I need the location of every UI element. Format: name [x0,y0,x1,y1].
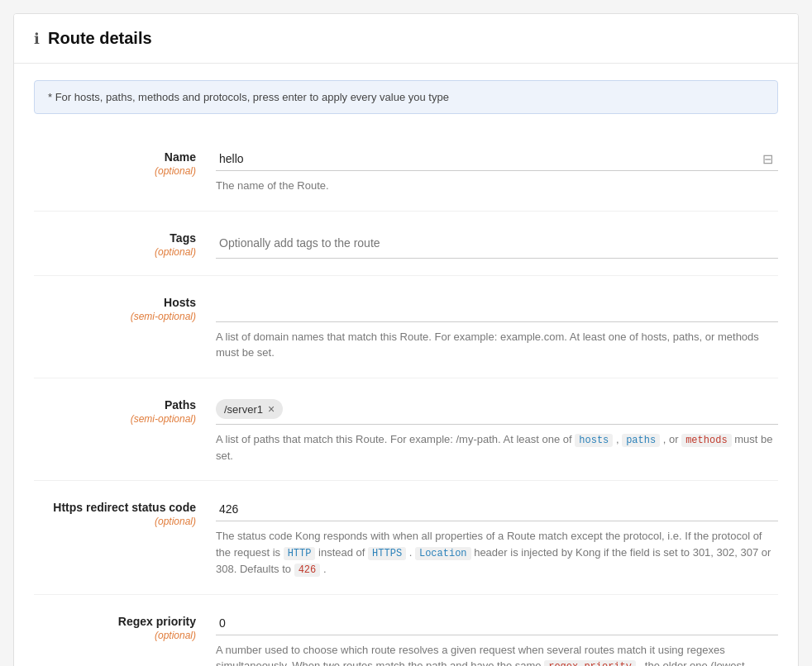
hosts-label-text: Hosts [34,296,196,309]
name-label-text: Name [34,150,196,164]
path-tag-server1: /server1 × [216,399,283,419]
https-redirect-mid: instead of [315,546,368,559]
name-row: Name (optional) ⊟ The name of the Route. [34,131,778,212]
https-redirect-hint: (optional) [34,516,196,527]
tags-label: Tags (optional) [34,228,216,258]
https-redirect-row: Https redirect status code (optional) Th… [34,481,778,595]
tags-hint: (optional) [34,246,196,258]
https-redirect-input[interactable] [216,497,778,521]
name-input[interactable] [216,147,778,170]
paths-paths-link: paths [622,434,660,447]
paths-label: Paths (semi-optional) [34,395,216,425]
tags-label-text: Tags [34,231,196,245]
name-label: Name (optional) [34,147,216,177]
path-tag-value: /server1 [224,403,263,416]
paths-hint: (semi-optional) [34,413,196,425]
copy-icon[interactable]: ⊟ [762,151,773,167]
paths-desc-pre: A list of paths that match this Route. F… [216,433,575,445]
paths-methods-code: methods [681,434,731,447]
paths-description: A list of paths that match this Route. F… [216,431,778,464]
https-redirect-dot: . [406,546,415,559]
https-redirect-field: The status code Kong responds with when … [216,497,778,578]
paths-sep2: , or [660,433,681,445]
paths-field: /server1 × A list of paths that match th… [216,395,778,464]
regex-priority-field: A number used to choose which route reso… [216,611,778,667]
card-header: ℹ Route details [14,14,798,64]
tags-input[interactable] [216,231,778,255]
info-banner: * For hosts, paths, methods and protocol… [34,80,778,114]
https-redirect-location: Location [415,547,471,560]
regex-priority-code: regex_priority [544,660,636,666]
name-hint: (optional) [34,165,196,177]
tags-row: Tags (optional) [34,212,778,276]
https-redirect-http: HTTP [284,547,316,560]
name-input-wrapper: ⊟ [216,147,778,171]
tags-field [216,228,778,259]
hosts-hint: (semi-optional) [34,311,196,322]
route-details-card: ℹ Route details * For hosts, paths, meth… [13,13,799,666]
regex-priority-input-wrapper [216,611,778,635]
regex-priority-input[interactable] [216,611,778,635]
https-redirect-end: . [320,563,326,575]
https-redirect-label: Https redirect status code (optional) [34,497,216,527]
hosts-field: A list of domain names that match this R… [216,293,778,361]
page-container: ℹ Route details * For hosts, paths, meth… [0,13,812,666]
card-body: * For hosts, paths, methods and protocol… [14,80,798,666]
https-redirect-default: 426 [294,564,321,577]
paths-hosts-link: hosts [575,434,613,447]
paths-tags-container: /server1 × [216,395,778,425]
hosts-tags-container[interactable] [216,293,778,322]
https-redirect-input-wrapper [216,497,778,521]
path-tag-remove[interactable]: × [268,402,275,416]
name-description: The name of the Route. [216,178,778,194]
tags-input-wrapper [216,228,778,259]
regex-priority-mid: , the older one (lowest [636,659,745,666]
https-redirect-label-text: Https redirect status code [34,501,196,514]
regex-priority-row: Regex priority (optional) A number used … [34,595,778,667]
https-redirect-https: HTTPS [368,547,406,560]
name-field: ⊟ The name of the Route. [216,147,778,194]
hosts-input[interactable] [216,300,778,313]
info-icon: ℹ [34,30,40,48]
hosts-description: A list of domain names that match this R… [216,329,778,361]
https-redirect-description: The status code Kong responds with when … [216,528,778,578]
paths-label-text: Paths [34,398,196,411]
hosts-row: Hosts (semi-optional) A list of domain n… [34,276,778,378]
hosts-label: Hosts (semi-optional) [34,293,216,322]
regex-priority-label: Regex priority (optional) [34,611,216,641]
paths-row: Paths (semi-optional) /server1 × A list … [34,378,778,482]
paths-sep1: , [613,433,622,445]
page-title: Route details [48,29,152,48]
regex-priority-label-text: Regex priority [34,615,196,628]
regex-priority-description: A number used to choose which route reso… [216,642,778,667]
regex-priority-hint: (optional) [34,630,196,641]
